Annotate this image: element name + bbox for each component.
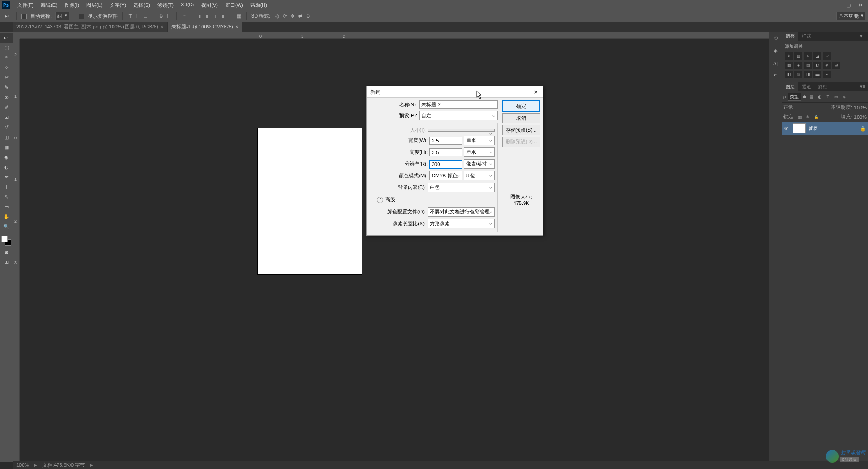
3d-pan-icon[interactable]: ✥	[289, 13, 296, 19]
menu-item[interactable]: 帮助(H)	[247, 0, 271, 10]
filter-type-icon[interactable]: T	[825, 94, 831, 100]
move-tool[interactable]: ▸+	[0, 33, 13, 43]
3d-zoom-icon[interactable]: ⊙	[305, 13, 311, 19]
document-tab-1[interactable]: 2022-12-02_143733_看图主_副本.png @ 100% (图层 …	[13, 22, 167, 32]
resolution-unit-dropdown[interactable]: 像素/英寸	[464, 159, 495, 169]
stamp-tool[interactable]: ⊡	[0, 112, 13, 122]
character-panel-icon[interactable]: A|	[770, 59, 781, 68]
dialog-close-button[interactable]: ×	[532, 88, 539, 95]
shape-tool[interactable]: ▭	[0, 202, 13, 212]
fill-value[interactable]: 100%	[854, 114, 867, 120]
cancel-button[interactable]: 取消	[502, 113, 540, 123]
distribute-1-icon[interactable]: ≡	[181, 13, 188, 19]
type-tool[interactable]: T	[0, 182, 13, 192]
align-right-icon[interactable]: ⊢	[165, 13, 172, 19]
styles-tab[interactable]: 样式	[798, 32, 815, 41]
menu-item[interactable]: 3D(D)	[177, 0, 198, 10]
paths-tab[interactable]: 路径	[815, 82, 831, 91]
document-info[interactable]: 文档:475.9K/0 字节	[42, 462, 85, 469]
brush-tool[interactable]: ✐	[0, 102, 13, 112]
document-canvas[interactable]	[258, 128, 362, 274]
panel-menu-icon[interactable]: ▾≡	[857, 32, 868, 41]
brightness-icon[interactable]: ☀	[785, 52, 793, 60]
auto-select-checkbox[interactable]	[21, 14, 27, 19]
height-input[interactable]	[429, 148, 462, 156]
show-transform-checkbox[interactable]	[79, 14, 84, 19]
menu-item[interactable]: 文件(F)	[14, 0, 37, 10]
color-swatch[interactable]	[0, 234, 13, 247]
distribute-5-icon[interactable]: ⫿	[212, 13, 218, 19]
chevron-icon[interactable]: ▸	[90, 462, 93, 468]
preset-dropdown[interactable]: 自定	[419, 111, 498, 120]
name-input[interactable]	[419, 100, 498, 109]
lock-pixels-icon[interactable]: ▦	[797, 114, 803, 120]
tab-close-icon[interactable]: ×	[236, 24, 238, 29]
color-profile-dropdown[interactable]: 不要对此文档进行色彩管理	[428, 207, 495, 217]
panel-menu-icon[interactable]: ▾≡	[857, 82, 868, 91]
ok-button[interactable]: 确定	[502, 100, 540, 112]
layer-item-background[interactable]: 👁 背景 🔒	[782, 122, 868, 135]
color-depth-dropdown[interactable]: 8 位	[464, 171, 495, 180]
pixel-ratio-dropdown[interactable]: 方形像素	[428, 219, 495, 228]
paragraph-panel-icon[interactable]: ¶	[770, 71, 781, 81]
document-tab-2[interactable]: 未标题-1 @ 100%(CMYK/8) ×	[168, 22, 242, 32]
levels-icon[interactable]: ▥	[794, 52, 802, 60]
filter-smart-icon[interactable]: ◈	[841, 94, 847, 100]
menu-item[interactable]: 窗口(W)	[222, 0, 247, 10]
menu-item[interactable]: 编辑(E)	[37, 0, 61, 10]
properties-panel-icon[interactable]: ◈	[770, 46, 781, 55]
width-input[interactable]	[429, 137, 462, 145]
minimize-button[interactable]: ─	[831, 1, 843, 9]
bw-icon[interactable]: ▤	[804, 62, 812, 69]
layer-name[interactable]: 背景	[808, 125, 857, 132]
3d-roll-icon[interactable]: ⟳	[282, 13, 288, 19]
menu-item[interactable]: 视图(V)	[198, 0, 222, 10]
lock-all-icon[interactable]: 🔒	[813, 114, 819, 120]
selective-color-icon[interactable]: ▪	[823, 71, 831, 78]
filter-pixel-icon[interactable]: ▦	[808, 94, 815, 100]
align-vcenter-icon[interactable]: ⊢	[135, 13, 141, 19]
path-tool[interactable]: ↖	[0, 192, 13, 202]
move-tool-icon[interactable]: ▸+	[3, 12, 12, 21]
filter-adjust-icon[interactable]: ◐	[816, 94, 823, 100]
adjustments-tab[interactable]: 调整	[782, 32, 798, 41]
history-brush-tool[interactable]: ↺	[0, 122, 13, 132]
photo-filter-icon[interactable]: ◐	[813, 62, 821, 69]
align-hcenter-icon[interactable]: ⊕	[158, 13, 164, 19]
filter-shape-icon[interactable]: ▭	[833, 94, 839, 100]
auto-select-dropdown[interactable]: 组	[55, 12, 69, 20]
screen-mode-tool[interactable]: ⊞	[0, 257, 13, 267]
tab-close-icon[interactable]: ×	[161, 24, 163, 29]
dialog-titlebar[interactable]: 新建 ×	[367, 86, 543, 98]
exposure-icon[interactable]: ◢	[813, 52, 821, 60]
blur-tool[interactable]: ◉	[0, 152, 13, 162]
workspace-dropdown[interactable]: 基本功能	[836, 12, 865, 20]
visibility-icon[interactable]: 👁	[784, 126, 790, 131]
marquee-tool[interactable]: ⬚	[0, 43, 13, 52]
filter-kind-dropdown[interactable]: 类型	[788, 93, 801, 101]
gradient-map-icon[interactable]: ▬	[813, 71, 821, 78]
crop-tool[interactable]: ✂	[0, 72, 13, 82]
eyedropper-tool[interactable]: ✎	[0, 82, 13, 92]
gradient-tool[interactable]: ▦	[0, 142, 13, 152]
pen-tool[interactable]: ✒	[0, 172, 13, 182]
threshold-icon[interactable]: ◨	[804, 71, 812, 78]
lookup-icon[interactable]: ⊞	[832, 62, 840, 69]
layers-tab[interactable]: 图层	[782, 82, 798, 91]
resolution-input[interactable]	[429, 160, 462, 168]
eraser-tool[interactable]: ◫	[0, 132, 13, 142]
channels-tab[interactable]: 通道	[798, 82, 815, 91]
menu-item[interactable]: 滤镜(T)	[154, 0, 177, 10]
save-preset-button[interactable]: 存储预设(S)...	[502, 125, 540, 135]
lock-position-icon[interactable]: ✜	[805, 114, 811, 120]
menu-item[interactable]: 图像(I)	[61, 0, 83, 10]
history-panel-icon[interactable]: ⟲	[770, 33, 781, 43]
blend-mode-dropdown[interactable]: 正常	[783, 104, 829, 111]
maximize-button[interactable]: ▢	[843, 1, 854, 9]
posterize-icon[interactable]: ▨	[794, 71, 802, 78]
3d-slide-icon[interactable]: ⇄	[297, 13, 303, 19]
advanced-toggle-icon[interactable]: ⌃	[377, 197, 383, 203]
hand-tool[interactable]: ✋	[0, 212, 13, 222]
close-button[interactable]: ✕	[854, 1, 866, 9]
distribute-3-icon[interactable]: ⫿	[197, 13, 203, 19]
